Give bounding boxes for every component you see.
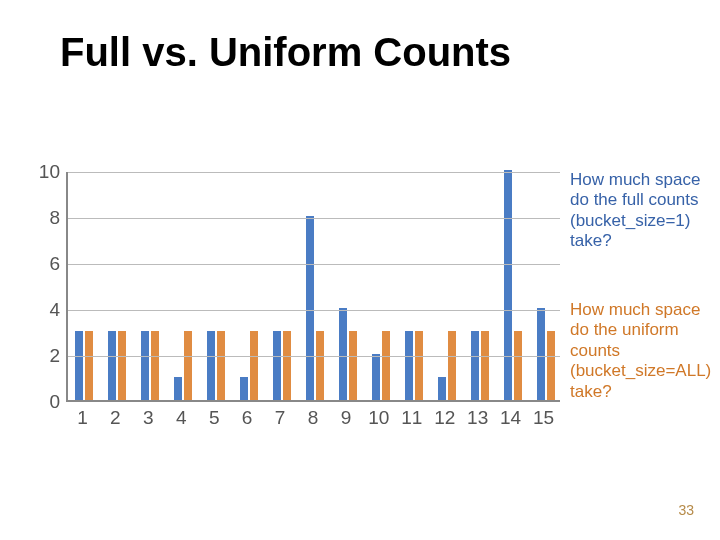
- bar-uniform: [118, 331, 126, 400]
- bar-full: [537, 308, 545, 400]
- y-tick-label: 0: [30, 391, 60, 413]
- gridline: [68, 218, 560, 219]
- bar-full: [207, 331, 215, 400]
- x-tick-label: 14: [500, 407, 521, 429]
- x-tick-label: 2: [110, 407, 121, 429]
- bar-full: [438, 377, 446, 400]
- page-title: Full vs. Uniform Counts: [60, 30, 511, 75]
- bar-full: [273, 331, 281, 400]
- gridline: [68, 310, 560, 311]
- bar-full: [306, 216, 314, 400]
- x-tick-label: 5: [209, 407, 220, 429]
- chart: 0246810123456789101112131415: [30, 172, 560, 432]
- x-tick-label: 8: [308, 407, 319, 429]
- bar-uniform: [217, 331, 225, 400]
- bar-full: [339, 308, 347, 400]
- bar-uniform: [415, 331, 423, 400]
- bar-full: [141, 331, 149, 400]
- bar-uniform: [184, 331, 192, 400]
- x-tick-label: 4: [176, 407, 187, 429]
- y-tick-label: 6: [30, 253, 60, 275]
- bar-full: [471, 331, 479, 400]
- bar-uniform: [547, 331, 555, 400]
- bar-groups: [68, 172, 560, 400]
- y-tick-label: 2: [30, 345, 60, 367]
- x-tick-label: 9: [341, 407, 352, 429]
- bar-full: [405, 331, 413, 400]
- bar-uniform: [316, 331, 324, 400]
- x-tick-label: 3: [143, 407, 154, 429]
- x-tick-label: 13: [467, 407, 488, 429]
- x-tick-label: 11: [401, 407, 422, 429]
- bar-uniform: [514, 331, 522, 400]
- page-number: 33: [678, 502, 694, 518]
- bar-full: [372, 354, 380, 400]
- bar-full: [504, 170, 512, 400]
- x-tick-label: 10: [368, 407, 389, 429]
- bar-uniform: [349, 331, 357, 400]
- y-tick-label: 8: [30, 207, 60, 229]
- y-tick-label: 4: [30, 299, 60, 321]
- bar-full: [174, 377, 182, 400]
- bar-uniform: [151, 331, 159, 400]
- bar-full: [108, 331, 116, 400]
- x-tick-label: 12: [434, 407, 455, 429]
- bar-uniform: [382, 331, 390, 400]
- x-tick-label: 6: [242, 407, 253, 429]
- bar-uniform: [481, 331, 489, 400]
- gridline: [68, 264, 560, 265]
- bar-uniform: [283, 331, 291, 400]
- bar-uniform: [448, 331, 456, 400]
- bar-full: [75, 331, 83, 400]
- x-tick-label: 1: [77, 407, 88, 429]
- x-tick-label: 15: [533, 407, 554, 429]
- gridline: [68, 172, 560, 173]
- plot-area: [66, 172, 560, 402]
- x-tick-label: 7: [275, 407, 286, 429]
- gridline: [68, 356, 560, 357]
- bar-full: [240, 377, 248, 400]
- bar-uniform: [250, 331, 258, 400]
- annotation-uniform-counts: How much space do the uniform counts (bu…: [570, 300, 710, 402]
- y-tick-label: 10: [30, 161, 60, 183]
- annotation-full-counts: How much space do the full counts (bucke…: [570, 170, 710, 252]
- bar-uniform: [85, 331, 93, 400]
